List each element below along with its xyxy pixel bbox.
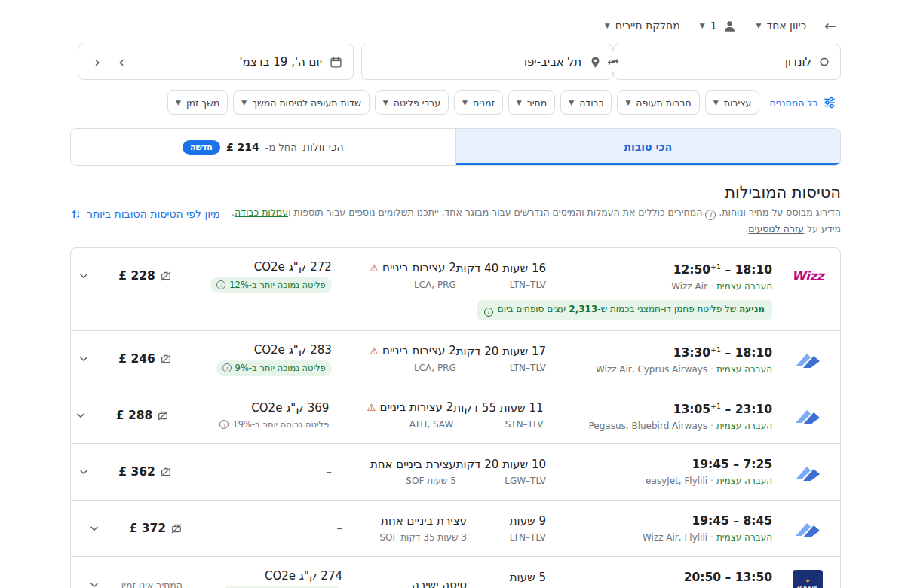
- times-column: 19:45 – 8:45 העברה עצמית·Wizz Air, Flyli…: [591, 513, 772, 544]
- stops-column: טיסה ישירה: [342, 577, 467, 588]
- destination-value: תל אביב-יפו: [524, 55, 581, 69]
- flight-price: £ 246: [118, 352, 155, 366]
- flight-duration: 9 שעות: [467, 513, 546, 528]
- info-icon[interactable]: i: [222, 363, 232, 372]
- flight-route: LTN–TLV: [456, 362, 546, 375]
- expand-flight-button[interactable]: [81, 572, 107, 588]
- times-column: 12:50+1 – 18:10 העברה עצמית·Wizz Air: [591, 259, 772, 292]
- assistance-note: מידע על עזרה לנוסעים.: [232, 222, 841, 237]
- passenger-assistance-link[interactable]: עזרה לנוסעים: [748, 223, 804, 234]
- price-unavailable-label: המחיר אינו זמין: [107, 580, 183, 588]
- filter-chip-emissions[interactable]: ערכי פליטה▼: [375, 90, 449, 115]
- flight-row[interactable]: 19:45 – 8:45 העברה עצמית·Wizz Air, Flyli…: [71, 501, 840, 557]
- all-filters-button[interactable]: כל המסננים: [765, 90, 841, 115]
- stop-airports: ATH, SAW: [329, 418, 453, 431]
- airlines-label: Wizz Air, Cyprus Airways: [596, 364, 707, 375]
- flight-stops: עצירת ביניים אחת: [370, 458, 456, 471]
- prev-date-button[interactable]: ‹: [89, 54, 106, 69]
- flight-duration: 5 שעות: [467, 570, 546, 585]
- filter-chip-airlines[interactable]: חברות תעופה▼: [617, 90, 699, 115]
- cabin-class-selector[interactable]: מחלקת תיירים ▼: [599, 15, 686, 36]
- times-column: 13:30+1 – 18:10 העברה עצמית·Wizz Air, Cy…: [591, 341, 772, 375]
- page: ← כיוון אחד ▼ 1 ▼ מחלקת תיירים ▼ לונדון: [70, 0, 841, 588]
- self-transfer-label: העברה עצמית: [716, 364, 772, 375]
- flight-row[interactable]: 13:30+1 – 18:10 העברה עצמית·Wizz Air, Cy…: [71, 331, 840, 387]
- duration-column: 9 שעות LTN–TLV: [467, 513, 546, 544]
- results-tabs: הכי טובות הכי זולות החל מ- £ 214 חדשה: [70, 128, 841, 166]
- filter-chip-times[interactable]: זמנים▼: [454, 90, 503, 115]
- times-column: 13:05+1 – 23:10 העברה עצמית·Pegasus, Blu…: [589, 398, 772, 432]
- co2-amount: –: [172, 464, 332, 479]
- flight-row[interactable]: ✦ISRAIR 20:50 – 13:50 ישראייר 5 שעות LTN…: [71, 557, 840, 588]
- filter-chip-stops[interactable]: עצירות▼: [705, 90, 760, 115]
- chevron-down-icon: ▼: [517, 99, 522, 106]
- baggage-fees-link[interactable]: עמלות כבודה: [235, 207, 288, 218]
- filter-chip-duration[interactable]: משך זמן▼: [167, 90, 228, 115]
- flight-row[interactable]: 19:45 – 7:25 העברה עצמית·easyJet, Flylil…: [71, 444, 840, 501]
- back-icon[interactable]: ←: [820, 16, 841, 35]
- co2-amount: 283 ק"ג CO2e: [172, 342, 332, 357]
- flight-row[interactable]: Wizz 12:50+1 – 18:10 העברה עצמית·Wizz Ai…: [71, 248, 840, 331]
- filter-chip-price[interactable]: מחיר▼: [508, 90, 555, 115]
- flight-times: 19:45 – 8:45: [591, 513, 772, 528]
- flight-stops: 2 עצירות ביניים: [379, 400, 453, 414]
- tab-best[interactable]: הכי טובות: [456, 129, 841, 165]
- expand-flight-button[interactable]: [71, 346, 97, 372]
- ranking-note: הדירוג מבוסס על מחיר ונוחות. i המחירים כ…: [232, 205, 841, 220]
- origin-input[interactable]: לונדון: [613, 44, 841, 80]
- filter-chip-connecting-airports[interactable]: שדות תעופה לטיסות המשך▼: [233, 90, 370, 115]
- tab-cheapest[interactable]: הכי זולות החל מ- £ 214 חדשה: [71, 129, 456, 165]
- emissions-badge: פליטה נמוכה יותר ב-12%i: [210, 277, 332, 293]
- next-date-button[interactable]: ›: [113, 54, 130, 69]
- chevron-down-icon: [87, 522, 101, 535]
- airlines-label: Wizz Air, Flylili: [643, 532, 707, 543]
- passengers-selector[interactable]: 1 ▼: [694, 14, 743, 38]
- separator-dot: ·: [710, 364, 713, 375]
- co2-amount: 274 ק"ג CO2e: [183, 568, 342, 583]
- trip-type-selector[interactable]: כיוון אחד ▼: [750, 15, 813, 36]
- duration-column: 16 שעות 40 דקות LTN–TLV: [456, 261, 546, 292]
- flight-times: 13:05+1 – 23:10: [589, 398, 772, 416]
- flight-duration: 17 שעות 20 דקות: [456, 344, 546, 359]
- info-icon[interactable]: i: [216, 280, 225, 289]
- destination-input[interactable]: תל אביב-יפו: [361, 44, 613, 80]
- chevron-down-icon: [77, 269, 90, 283]
- expand-flight-button[interactable]: [68, 403, 94, 428]
- co2-amount: 369 ק"ג CO2e: [169, 400, 329, 415]
- expand-flight-button[interactable]: [71, 263, 97, 289]
- tune-icon: [823, 96, 836, 109]
- expand-flight-button[interactable]: [71, 459, 97, 485]
- tab-cheapest-label: הכי זולות: [303, 141, 344, 153]
- expand-flight-button[interactable]: [81, 516, 107, 541]
- warning-icon: ⚠: [370, 262, 379, 274]
- sort-button[interactable]: מיון לפי הטיסות הטובות ביותר: [70, 208, 220, 220]
- warning-icon: ⚠: [367, 402, 376, 413]
- person-icon: [722, 19, 737, 33]
- no-checked-bag-icon: [160, 270, 172, 282]
- airlines-label: easyJet, Flylili: [646, 476, 707, 486]
- info-icon[interactable]: i: [484, 308, 493, 317]
- chevron-down-icon: [77, 465, 90, 479]
- emissions-column: –: [172, 464, 332, 479]
- airline-logo-multi: [790, 405, 825, 426]
- info-icon[interactable]: i: [219, 420, 229, 429]
- eco-note: מניעה של פליטת פחמן דו-חמצני בכמות ש-2,3…: [477, 300, 772, 320]
- swap-icon[interactable]: [603, 51, 624, 72]
- stop-airports: LCA, PRG: [332, 362, 456, 375]
- price-column: £ 228: [97, 269, 172, 283]
- section-text: הטיסות המובילות הדירוג מבוסס על מחיר ונו…: [232, 181, 841, 237]
- date-value: יום ה', 19 בדצמ': [239, 55, 322, 69]
- layover-detail: 3 שעות 35 דקות SOF: [342, 531, 467, 544]
- flight-stops: טיסה ישירה: [412, 578, 467, 588]
- flight-times: 13:30+1 – 18:10: [591, 341, 772, 360]
- times-column: 20:50 – 13:50 ישראייר: [591, 570, 772, 588]
- new-badge: חדשה: [183, 140, 220, 155]
- flight-row[interactable]: 13:05+1 – 23:10 העברה עצמית·Pegasus, Blu…: [71, 387, 840, 444]
- emissions-badge: פליטה נמוכה יותר ב-9%i: [216, 360, 332, 376]
- filter-chip-bags[interactable]: כבודה▼: [560, 90, 612, 115]
- date-input[interactable]: יום ה', 19 בדצמ' › ‹: [78, 44, 354, 80]
- info-icon[interactable]: i: [705, 210, 716, 220]
- origin-circle-icon: [819, 57, 830, 67]
- emissions-column: –: [183, 521, 342, 536]
- flight-stops: 2 עצירות ביניים: [382, 261, 456, 274]
